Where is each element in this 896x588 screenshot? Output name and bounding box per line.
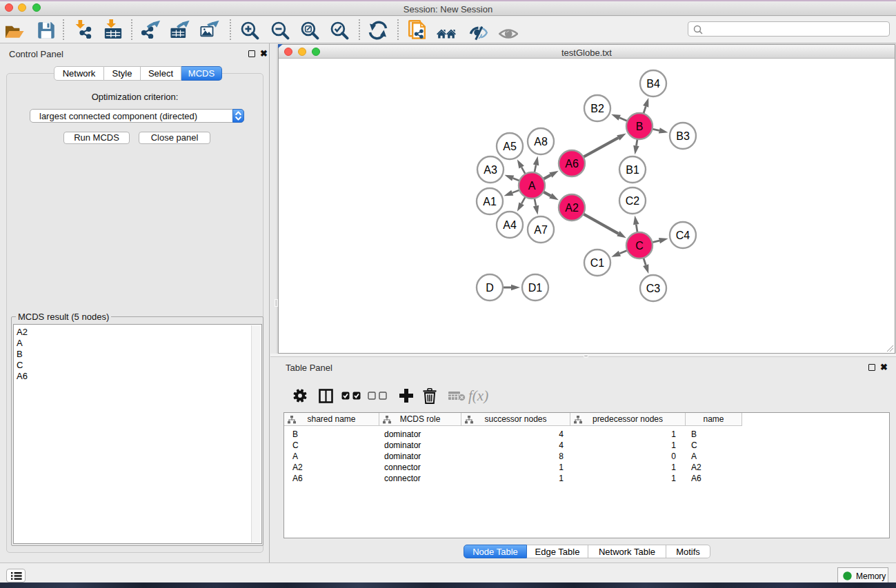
svg-text:A1: A1 <box>483 196 497 207</box>
svg-text:D1: D1 <box>528 282 543 294</box>
svg-text:C2: C2 <box>626 195 640 207</box>
svg-text:A6: A6 <box>565 158 579 170</box>
svg-text:B2: B2 <box>590 103 604 114</box>
svg-text:C3: C3 <box>646 283 661 294</box>
svg-text:A: A <box>528 180 536 192</box>
svg-text:A2: A2 <box>565 202 579 214</box>
svg-text:A4: A4 <box>503 219 517 231</box>
svg-text:C: C <box>635 240 644 252</box>
svg-text:A3: A3 <box>484 164 497 176</box>
svg-text:A5: A5 <box>503 141 517 152</box>
svg-text:B3: B3 <box>676 130 690 142</box>
svg-text:D: D <box>486 282 494 294</box>
svg-text:B4: B4 <box>646 78 660 90</box>
svg-text:C4: C4 <box>676 230 690 241</box>
svg-text:A8: A8 <box>534 136 548 148</box>
svg-text:C1: C1 <box>590 257 605 269</box>
svg-text:B1: B1 <box>626 164 639 176</box>
svg-text:B: B <box>636 121 644 132</box>
svg-text:A7: A7 <box>534 224 548 236</box>
